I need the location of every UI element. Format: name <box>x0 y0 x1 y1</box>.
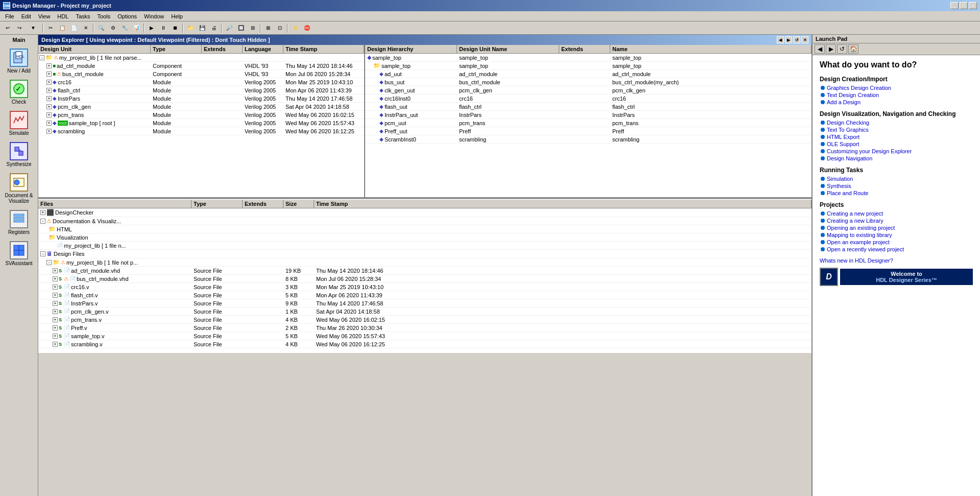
table-row[interactable]: + ◆ flash_ctrl Module Verilog 2005 Mon A… <box>38 86 364 95</box>
close-button[interactable]: × <box>969 2 977 9</box>
table-row[interactable]: + ◆ pcm_clk_gen Module Verilog 2005 Sat … <box>38 103 364 111</box>
expand-icon[interactable]: - <box>40 219 45 224</box>
expand-icon[interactable]: + <box>53 276 58 281</box>
expand-icon[interactable]: + <box>53 285 58 290</box>
toolbar-btn-l[interactable]: 🔲 <box>235 23 247 33</box>
expand-icon[interactable]: + <box>46 112 52 117</box>
list-item[interactable]: - 📁 ⚠ my_project_lib [ 1 file not p... <box>38 258 811 267</box>
lp-link-create-project[interactable]: Creating a new project <box>820 210 973 217</box>
toolbar-btn-c[interactable]: 🔧 <box>119 23 130 33</box>
expand-icon[interactable]: + <box>53 334 58 339</box>
lp-back-button[interactable]: ◀ <box>815 44 825 54</box>
expand-icon[interactable]: + <box>46 72 52 77</box>
lp-link-design-checking[interactable]: Design Checking <box>820 120 973 126</box>
expand-icon[interactable]: + <box>53 342 58 347</box>
lp-link-text-to-graphics[interactable]: Text To Graphics <box>820 127 973 133</box>
table-row[interactable]: ◆ Preff_uut Preff Preff <box>365 127 811 135</box>
table-row[interactable]: + ◆ scrambling Module Verilog 2005 Wed M… <box>38 127 364 135</box>
menu-file[interactable]: File <box>2 13 17 20</box>
table-row[interactable]: - 📁 ⚠ my_project_lib [ 1 file not parse.… <box>38 54 364 62</box>
table-row[interactable]: ◆ ad_uut ad_ctrl_module ad_ctrl_module <box>365 70 811 78</box>
de-btn-right[interactable]: ▶ <box>785 36 792 43</box>
expand-icon[interactable]: + <box>53 309 58 314</box>
toolbar-btn-e[interactable]: ▶ <box>146 23 157 33</box>
whats-new-link[interactable]: Whats new in HDL Designer? <box>820 257 973 264</box>
lp-forward-button[interactable]: ▶ <box>826 44 836 54</box>
table-row[interactable]: ◆ crc16Inst0 crc16 crc16 <box>365 95 811 103</box>
toolbar-btn-g[interactable]: ⏹ <box>170 23 181 33</box>
menu-window[interactable]: Window <box>141 13 167 20</box>
toolbar-btn-h[interactable]: 📁 <box>185 23 196 33</box>
lp-link-synthesis[interactable]: Synthesis <box>820 183 973 189</box>
list-item[interactable]: + S 📄 Preff.v Source File 2 KB Thu Mar 2… <box>38 324 811 332</box>
toolbar-btn-p[interactable]: ⚡ <box>290 23 301 33</box>
table-row[interactable]: ◆ flash_uut flash_ctrl flash_ctrl <box>365 103 811 111</box>
table-row[interactable]: ◆ ScrambInst0 scrambling scrambling <box>365 135 811 144</box>
lp-refresh-button[interactable]: ↺ <box>837 44 847 54</box>
sidebar-btn-check[interactable]: ✓ Check <box>3 77 35 107</box>
table-row[interactable]: + ◆ pcm_trans Module Verilog 2005 Wed Ma… <box>38 111 364 119</box>
de-btn-left[interactable]: ◀ <box>777 36 784 43</box>
table-row[interactable]: + ■ ad_ctrl_module Component VHDL '93 Th… <box>38 62 364 70</box>
menu-view[interactable]: View <box>35 13 54 20</box>
list-item[interactable]: 📁 HTML <box>38 225 811 233</box>
list-item[interactable]: + S ⚠ 📄 bus_ctrl_module.vhd Source File … <box>38 275 811 283</box>
expand-icon[interactable]: + <box>46 129 52 134</box>
menu-tasks[interactable]: Tasks <box>73 13 93 20</box>
list-item[interactable]: - 🖩 Design Files <box>38 250 811 258</box>
list-item[interactable]: + S 📄 InstrPars.v Source File 9 KB Thu M… <box>38 299 811 308</box>
toolbar-btn-b[interactable]: ⚙ <box>107 23 118 33</box>
list-item[interactable]: + S 📄 scrambling.v Source File 4 KB Wed … <box>38 340 811 348</box>
toolbar-cut[interactable]: ✂ <box>45 23 56 33</box>
de-btn-close[interactable]: ✕ <box>801 36 808 43</box>
menu-hdl[interactable]: HDL <box>54 13 71 20</box>
expand-icon[interactable]: - <box>40 251 45 256</box>
table-row[interactable]: + ◆ InstrPars Module Verilog 2005 Thu Ma… <box>38 95 364 103</box>
table-row[interactable]: ◆ pcm_uut pcm_trans pcm_trans <box>365 119 811 127</box>
toolbar-btn-2[interactable]: ↪ <box>14 23 25 33</box>
toolbar-dropdown[interactable]: ▼ <box>26 23 41 33</box>
table-row[interactable]: + ■ ⚠ bus_ctrl_module Component VHDL '93… <box>38 70 364 78</box>
sidebar-btn-registers[interactable]: Registers <box>3 207 35 238</box>
list-item[interactable]: + S 📄 pcm_trans.v Source File 4 KB Wed M… <box>38 316 811 324</box>
lp-link-text-design[interactable]: Text Design Creation <box>820 92 973 98</box>
expand-icon[interactable]: + <box>46 88 52 93</box>
lp-link-create-library[interactable]: Creating a new Library <box>820 218 973 224</box>
toolbar-paste[interactable]: 📄 <box>68 23 80 33</box>
lp-link-example-project[interactable]: Open an example project <box>820 239 973 245</box>
de-btn-refresh[interactable]: ↺ <box>793 36 800 43</box>
sidebar-btn-simulate[interactable]: Simulate <box>3 108 35 138</box>
toolbar-btn-m[interactable]: ⊞ <box>247 23 258 33</box>
toolbar-btn-i[interactable]: 💾 <box>197 23 208 33</box>
toolbar-btn-q[interactable]: ⛔ <box>301 23 313 33</box>
lp-link-place-and-route[interactable]: Place and Route <box>820 190 973 196</box>
lp-link-open-project[interactable]: Opening an existing project <box>820 225 973 231</box>
lp-link-html-export[interactable]: HTML Export <box>820 134 973 140</box>
table-row[interactable]: ◆ sample_top sample_top sample_top <box>365 54 811 62</box>
expand-icon[interactable]: + <box>46 121 52 126</box>
menu-options[interactable]: Options <box>114 13 140 20</box>
lp-link-design-navigation[interactable]: Design Navigation <box>820 155 973 161</box>
list-item[interactable]: + ⬛ DesignChecker <box>38 208 811 217</box>
expand-icon[interactable]: + <box>40 210 45 215</box>
toolbar-btn-o[interactable]: ⊡ <box>274 23 285 33</box>
expand-icon[interactable]: + <box>46 80 52 85</box>
list-item[interactable]: + S 📄 crc16.v Source File 3 KB Mon Mar 2… <box>38 283 811 291</box>
toolbar-btn-j[interactable]: 🖨 <box>208 23 220 33</box>
lp-link-customizing-de[interactable]: Customizing your Design Explorer <box>820 148 973 154</box>
sidebar-btn-document[interactable]: Document &Visualize <box>3 171 35 206</box>
expand-icon[interactable]: + <box>53 293 58 298</box>
toolbar-btn-d[interactable]: 📊 <box>131 23 142 33</box>
toolbar-delete[interactable]: ✕ <box>80 23 91 33</box>
list-item[interactable]: + S 📄 sample_top.v Source File 5 KB Wed … <box>38 332 811 340</box>
lp-link-simulation[interactable]: Simulation <box>820 176 973 182</box>
list-item[interactable]: + S 📄 flash_ctrl.v Source File 5 KB Mon … <box>38 291 811 299</box>
table-row[interactable]: + ◆ crc16 Module Verilog 2005 Mon Mar 25… <box>38 78 364 86</box>
lp-home-button[interactable]: 🏠 <box>848 44 858 54</box>
expand-icon[interactable]: + <box>53 317 58 322</box>
sidebar-btn-synthesize[interactable]: Synthesize <box>3 139 35 170</box>
expand-icon[interactable]: + <box>46 96 52 101</box>
list-item[interactable]: 📁 Visualization <box>38 233 811 242</box>
sidebar-btn-new-add[interactable]: HDL New / Add <box>3 46 35 76</box>
menu-edit[interactable]: Edit <box>18 13 34 20</box>
